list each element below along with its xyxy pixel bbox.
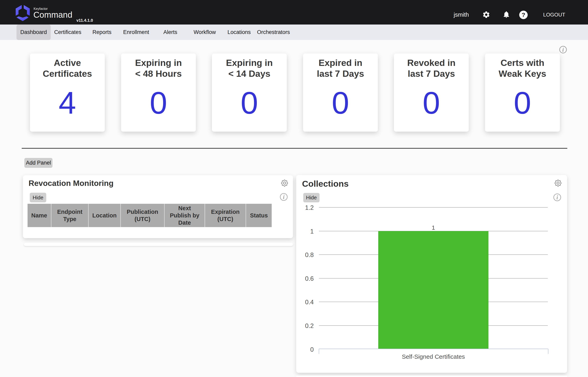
- svg-text:i: i: [556, 194, 558, 200]
- svg-text:?: ?: [522, 12, 525, 18]
- svg-text:i: i: [562, 47, 564, 53]
- svg-text:i: i: [283, 194, 285, 200]
